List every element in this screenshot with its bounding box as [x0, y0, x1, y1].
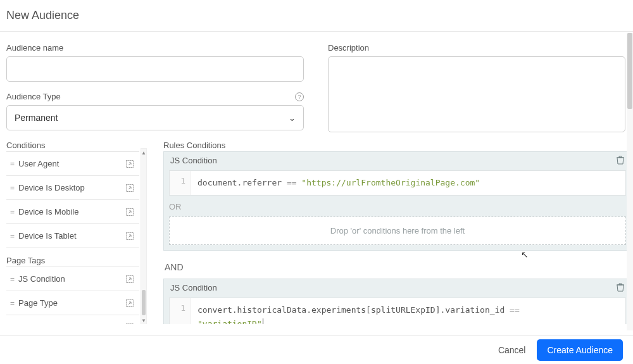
condition-label: Device Is Desktop	[18, 183, 120, 192]
page-scrollbar[interactable]	[627, 33, 633, 330]
or-label: OR	[169, 202, 182, 211]
description-label: Description	[328, 43, 625, 53]
rule-block-1: JS Condition 1 document.referrer == "htt…	[163, 151, 632, 251]
code-editor-2[interactable]: 1 convert.historicalData.experiments[spl…	[169, 298, 626, 324]
page-tags-title: Page Tags	[6, 256, 139, 265]
drag-handle-icon: =	[10, 232, 13, 241]
drag-handle-icon: =	[10, 184, 13, 192]
audience-type-label-text: Audience Type	[6, 92, 61, 101]
condition-device-desktop[interactable]: = Device Is Desktop	[6, 176, 139, 200]
or-drop-zone[interactable]: Drop 'or' conditions here from the left	[169, 217, 626, 245]
scroll-thumb[interactable]	[627, 33, 632, 109]
rule-block-title: JS Condition	[170, 156, 616, 165]
drag-handle-icon: =	[10, 208, 13, 217]
cancel-button[interactable]: Cancel	[498, 345, 526, 355]
audience-name-input[interactable]	[6, 56, 304, 82]
chevron-down-icon: ⌄	[289, 113, 296, 123]
condition-label: JS Condition	[18, 274, 120, 284]
condition-label: Page Type	[18, 298, 120, 308]
condition-label: Category ID	[18, 322, 120, 324]
svg-rect-6	[127, 323, 134, 324]
condition-label: Device Is Tablet	[18, 231, 120, 241]
create-audience-button[interactable]: Create Audience	[537, 339, 623, 361]
trash-icon[interactable]	[616, 155, 625, 165]
audience-name-label: Audience name	[6, 43, 304, 53]
audience-type-value: Permanent	[15, 113, 58, 123]
condition-page-type[interactable]: = Page Type	[6, 291, 139, 315]
conditions-area: Conditions = User Agent = Device Is Desk…	[0, 134, 633, 324]
code-text[interactable]: document.referrer == "https://urlFromthe…	[191, 171, 625, 195]
trash-icon[interactable]	[616, 282, 625, 292]
popout-icon[interactable]	[125, 160, 134, 168]
condition-label: Device Is Mobile	[18, 207, 120, 217]
scroll-up-icon[interactable]: ▲	[141, 149, 146, 157]
popout-icon[interactable]	[125, 275, 134, 284]
condition-device-tablet[interactable]: = Device Is Tablet	[6, 224, 139, 248]
help-icon[interactable]: ?	[295, 92, 304, 101]
and-label: AND	[163, 258, 632, 279]
page-header: New Audience	[0, 0, 633, 32]
form-area: Audience name Audience Type ? Permanent …	[0, 32, 633, 134]
drag-handle-icon: =	[10, 299, 13, 308]
popout-icon[interactable]	[125, 323, 134, 325]
audience-type-select[interactable]: Permanent ⌄	[6, 105, 304, 130]
popout-icon[interactable]	[125, 184, 134, 192]
code-editor-1[interactable]: 1 document.referrer == "https://urlFromt…	[169, 170, 626, 196]
rules-area: Rules Conditions JS Condition 1 document…	[163, 141, 632, 324]
condition-label: User Agent	[18, 159, 120, 168]
conditions-list-1: = User Agent = Device Is Desktop = Devic…	[6, 151, 139, 248]
rules-title: Rules Conditions	[163, 141, 632, 150]
sidebar-scrollbar[interactable]: ▲ ▼	[141, 148, 147, 324]
conditions-sidebar: Conditions = User Agent = Device Is Desk…	[6, 141, 147, 324]
condition-user-agent[interactable]: = User Agent	[6, 152, 139, 176]
popout-icon[interactable]	[125, 299, 134, 308]
condition-js-condition[interactable]: = JS Condition	[6, 267, 139, 291]
code-text[interactable]: convert.historicalData.experiments[split…	[191, 298, 625, 324]
condition-device-mobile[interactable]: = Device Is Mobile	[6, 200, 139, 224]
rule-block-title: JS Condition	[170, 283, 616, 292]
conditions-title: Conditions	[6, 141, 139, 150]
conditions-list-2: = JS Condition = Page Type = Category ID	[6, 267, 139, 324]
scroll-down-icon[interactable]: ▼	[141, 317, 146, 324]
description-input[interactable]	[328, 56, 625, 132]
scroll-thumb[interactable]	[142, 290, 146, 315]
popout-icon[interactable]	[125, 208, 134, 217]
audience-type-label: Audience Type ?	[6, 92, 304, 101]
page-title: New Audience	[6, 9, 627, 22]
line-number: 1	[170, 171, 191, 195]
scroll-track[interactable]	[141, 157, 146, 317]
drag-handle-icon: =	[10, 160, 13, 168]
rule-block-2: JS Condition 1 convert.historicalData.ex…	[163, 279, 632, 324]
condition-category-id[interactable]: = Category ID	[6, 315, 139, 324]
footer: Cancel Create Audience	[0, 335, 633, 364]
drag-handle-icon: =	[10, 275, 13, 284]
line-number: 1	[170, 298, 191, 324]
drag-handle-icon: =	[10, 323, 13, 325]
popout-icon[interactable]	[125, 232, 134, 241]
